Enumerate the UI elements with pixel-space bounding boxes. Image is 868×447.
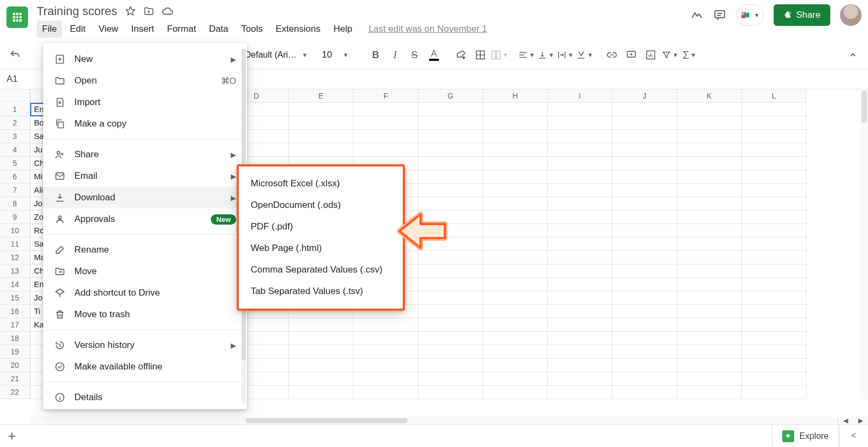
- cell[interactable]: [418, 278, 483, 291]
- cell[interactable]: [483, 130, 548, 143]
- cell[interactable]: [418, 305, 483, 318]
- cell[interactable]: [612, 372, 677, 386]
- cell[interactable]: [612, 386, 677, 399]
- cell[interactable]: [483, 372, 548, 386]
- cell[interactable]: [548, 345, 612, 359]
- cell[interactable]: [742, 157, 807, 170]
- cell[interactable]: [742, 264, 807, 278]
- last-edit-link[interactable]: Last edit was on November 1: [368, 24, 487, 34]
- cell[interactable]: [418, 291, 483, 305]
- download-csv[interactable]: Comma Separated Values (.csv): [239, 259, 403, 281]
- cell[interactable]: [418, 103, 483, 116]
- menu-extensions[interactable]: Extensions: [270, 20, 326, 38]
- cell[interactable]: [354, 345, 418, 359]
- undo-button[interactable]: [5, 44, 25, 66]
- insert-link-button[interactable]: [602, 44, 622, 66]
- file-settings[interactable]: Settings: [43, 408, 247, 409]
- explore-button[interactable]: ✦ Explore: [772, 424, 839, 447]
- cell[interactable]: [742, 238, 807, 251]
- row-header[interactable]: 7: [0, 184, 30, 197]
- cell[interactable]: [742, 372, 807, 386]
- cell[interactable]: [418, 197, 483, 211]
- fill-color-button[interactable]: [451, 44, 471, 66]
- cell[interactable]: [418, 264, 483, 278]
- cell[interactable]: [677, 386, 742, 399]
- activity-icon[interactable]: [691, 9, 704, 22]
- cell[interactable]: [677, 224, 742, 238]
- cell[interactable]: [548, 143, 612, 157]
- text-wrap-button[interactable]: ▼: [556, 44, 575, 66]
- cell[interactable]: [354, 359, 418, 372]
- cell[interactable]: [677, 372, 742, 386]
- row-header[interactable]: 6: [0, 170, 30, 184]
- cell[interactable]: [677, 170, 742, 184]
- menu-view[interactable]: View: [93, 20, 124, 38]
- cell[interactable]: [548, 224, 612, 238]
- file-approvals[interactable]: ApprovalsNew: [43, 208, 247, 230]
- row-header[interactable]: 18: [0, 332, 30, 345]
- column-header[interactable]: K: [677, 89, 742, 103]
- cell[interactable]: [742, 170, 807, 184]
- cell[interactable]: [612, 184, 677, 197]
- file-new[interactable]: New▶: [43, 48, 247, 70]
- column-header[interactable]: I: [548, 89, 612, 103]
- vertical-align-button[interactable]: ▼: [536, 44, 556, 66]
- cell[interactable]: [612, 305, 677, 318]
- menu-file[interactable]: File: [37, 20, 62, 38]
- select-all-corner[interactable]: [0, 89, 30, 102]
- cell[interactable]: [418, 157, 483, 170]
- cell[interactable]: [483, 211, 548, 224]
- cell[interactable]: [354, 318, 418, 332]
- cell[interactable]: [354, 130, 418, 143]
- file-email[interactable]: Email▶: [43, 165, 247, 187]
- cell[interactable]: [742, 130, 807, 143]
- insert-comment-button[interactable]: [622, 44, 641, 66]
- move-to-folder-icon[interactable]: [143, 6, 154, 17]
- menu-format[interactable]: Format: [162, 20, 202, 38]
- cell[interactable]: [548, 116, 612, 130]
- row-header[interactable]: 19: [0, 345, 30, 359]
- text-rotation-button[interactable]: ▼: [575, 44, 595, 66]
- cell[interactable]: [612, 197, 677, 211]
- cell[interactable]: [742, 318, 807, 332]
- cell[interactable]: [483, 251, 548, 264]
- cell[interactable]: [483, 170, 548, 184]
- cell[interactable]: [612, 211, 677, 224]
- file-add-shortcut[interactable]: Add shortcut to Drive: [43, 282, 247, 304]
- cell[interactable]: [612, 318, 677, 332]
- cell[interactable]: [483, 318, 548, 332]
- file-details[interactable]: Details: [43, 387, 247, 408]
- cell[interactable]: [548, 251, 612, 264]
- italic-button[interactable]: I: [385, 44, 405, 66]
- cell[interactable]: [418, 372, 483, 386]
- functions-button[interactable]: Σ▼: [680, 44, 699, 66]
- cell[interactable]: [677, 130, 742, 143]
- name-box[interactable]: A1: [6, 74, 18, 84]
- row-header[interactable]: 13: [0, 264, 30, 278]
- cell[interactable]: [483, 278, 548, 291]
- cell[interactable]: [483, 386, 548, 399]
- cell[interactable]: [612, 143, 677, 157]
- cell[interactable]: [483, 305, 548, 318]
- download-tsv[interactable]: Tab Separated Values (.tsv): [239, 281, 403, 302]
- cell[interactable]: [677, 359, 742, 372]
- cell[interactable]: [612, 359, 677, 372]
- cell[interactable]: [677, 103, 742, 116]
- file-version-history[interactable]: Version history▶: [43, 334, 247, 356]
- cell[interactable]: [548, 157, 612, 170]
- menu-tools[interactable]: Tools: [236, 20, 268, 38]
- cell[interactable]: [548, 386, 612, 399]
- cell[interactable]: [354, 372, 418, 386]
- file-download[interactable]: Download▶: [43, 187, 247, 208]
- row-header[interactable]: 10: [0, 224, 30, 238]
- cell[interactable]: [418, 143, 483, 157]
- row-header[interactable]: 12: [0, 251, 30, 264]
- font-selector[interactable]: Default (Ari…▼: [240, 48, 312, 62]
- comments-icon[interactable]: [713, 9, 726, 22]
- cell[interactable]: [742, 103, 807, 116]
- file-move[interactable]: Move: [43, 261, 247, 282]
- borders-button[interactable]: [471, 44, 490, 66]
- cell[interactable]: [289, 116, 354, 130]
- menu-data[interactable]: Data: [204, 20, 234, 38]
- cell[interactable]: [289, 386, 354, 399]
